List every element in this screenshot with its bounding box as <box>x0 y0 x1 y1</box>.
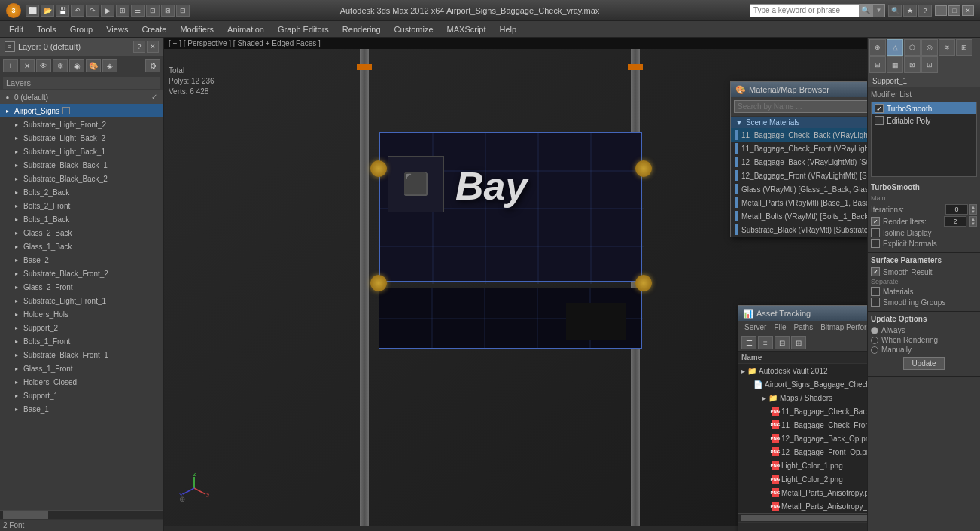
layer-item-su1[interactable]: ▸ Support_1 <box>9 389 163 402</box>
rtt-btn-8[interactable]: ▦ <box>887 56 903 73</box>
layer-item-slba2[interactable]: ▸ Substrate_Light_Back_2 <box>9 131 163 145</box>
tb-btn5[interactable]: ⊞ <box>116 5 129 17</box>
asset-row-png8[interactable]: PNG Metall_Parts_Anisotropy_Rotation.png… <box>738 499 867 513</box>
when-rendering-radio[interactable] <box>871 337 878 344</box>
search-web-btn[interactable]: 🔍 <box>888 5 902 17</box>
tb-btn8[interactable]: ⊠ <box>161 5 175 17</box>
mat-item-0[interactable]: 11_Baggage_Check_Back (VRayLightMtl) [Su… <box>731 128 867 142</box>
modifier-turbosmooth[interactable]: ✓ TurboSmooth <box>872 102 976 114</box>
mat-item-3[interactable]: 12_Baggage_Front (VRayLightMtl) [Substra… <box>731 169 867 182</box>
minimize-btn[interactable]: _ <box>935 5 947 16</box>
viewport[interactable]: [ + ] [ Perspective ] [ Shaded + Edged F… <box>164 38 867 531</box>
menu-animation[interactable]: Animation <box>221 23 270 35</box>
menu-graph-editors[interactable]: Graph Editors <box>272 23 335 35</box>
mat-browser-header[interactable]: 🎨 Material/Map Browser _ □ ✕ <box>731 82 867 97</box>
mat-search-input[interactable] <box>734 100 867 113</box>
smooth-result-cb[interactable]: ✓ <box>871 267 880 276</box>
asset-scrollbar-h[interactable] <box>738 513 867 522</box>
ts-checkbox-0[interactable]: ✓ <box>875 104 884 113</box>
close-btn[interactable]: ✕ <box>962 5 974 16</box>
isoline-cb[interactable] <box>871 228 880 237</box>
menu-tools[interactable]: Tools <box>31 23 62 35</box>
asset-row-png3[interactable]: PNG 12_Baggage_Back_Op.png Found <box>738 432 867 445</box>
layer-item-g2ba[interactable]: ▸ Glass_2_Back <box>9 226 163 240</box>
scroll-thumb[interactable] <box>3 511 48 519</box>
layer-item-slfr1[interactable]: ▸ Substrate_Light_Front_1 <box>9 294 163 307</box>
layer-item-b1fr[interactable]: ▸ Bolts_1_Front <box>9 334 163 348</box>
asset-menu-server[interactable]: Server <box>741 322 769 332</box>
redo-btn[interactable]: ↷ <box>86 5 99 17</box>
mat-item-6[interactable]: Metall_Bolts (VRayMtl) [Bolts_1_Back, Bo… <box>731 209 867 223</box>
modifier-list[interactable]: ✓ TurboSmooth Editable Poly <box>871 102 977 177</box>
tb-btn6[interactable]: ☰ <box>131 5 145 17</box>
undo-btn[interactable]: ↶ <box>71 5 84 17</box>
always-radio[interactable] <box>871 327 878 334</box>
layer-item-g2fr[interactable]: ▸ Glass_2_Front <box>9 280 163 294</box>
asset-row-png2[interactable]: PNG 11_Baggage_Check_Front_Op.png Found <box>738 418 867 432</box>
layer-freeze-btn[interactable]: ❄ <box>53 59 68 72</box>
rtt-btn-9[interactable]: ⊠ <box>904 56 921 73</box>
layer-item-ba1[interactable]: ▸ Base_1 <box>9 402 163 416</box>
ep-checkbox[interactable] <box>875 116 884 125</box>
asset-header[interactable]: 📊 Asset Tracking _ □ ✕ <box>738 306 867 321</box>
layer-item-hc[interactable]: ▸ Holders_Closed <box>9 375 163 389</box>
asset-tree[interactable]: ▸ 📁 Autodesk Vault 2012 Logged Out (Ass … <box>738 364 867 513</box>
update-button[interactable]: Update <box>903 357 944 370</box>
menu-maxscript[interactable]: MAXScript <box>441 23 492 35</box>
rtt-btn-7[interactable]: ⊟ <box>869 56 886 73</box>
new-btn[interactable]: ⬜ <box>26 5 39 17</box>
explicit-cb[interactable] <box>871 239 880 248</box>
asset-tb-1[interactable]: ☰ <box>741 336 756 349</box>
layer-settings-btn[interactable]: ⚙ <box>145 59 160 72</box>
asset-row-vault[interactable]: ▸ 📁 Autodesk Vault 2012 Logged Out (Ass <box>738 364 867 377</box>
asset-menu-paths[interactable]: Paths <box>791 322 817 332</box>
layer-color-btn[interactable]: 🎨 <box>86 59 101 72</box>
asset-row-png4[interactable]: PNG 12_Baggage_Front_Op.png Found <box>738 445 867 459</box>
menu-views[interactable]: Views <box>100 23 134 35</box>
menu-modifiers[interactable]: Modifiers <box>174 23 220 35</box>
layer-item-airport-signs[interactable]: ▸ Airport_Signs <box>0 104 163 117</box>
help-btn[interactable]: ? <box>918 5 932 17</box>
search-button[interactable]: 🔍 <box>859 4 873 17</box>
layer-hide-btn[interactable]: 👁 <box>36 59 51 72</box>
layer-new-btn[interactable]: + <box>3 59 18 72</box>
tb-btn7[interactable]: ⊡ <box>146 5 160 17</box>
render-iters-spin[interactable]: ▲ ▼ <box>969 216 977 227</box>
rtt-btn-3[interactable]: ⬡ <box>904 39 921 56</box>
asset-row-png6[interactable]: PNG Light_Color_2.png Found <box>738 472 867 486</box>
mat-list[interactable]: 11_Baggage_Check_Back (VRayLightMtl) [Su… <box>731 128 867 237</box>
rtt-btn-2[interactable]: △ <box>887 39 903 56</box>
menu-create[interactable]: Create <box>135 23 172 35</box>
asset-row-file[interactable]: 📄 Airport_Signs_Baggage_Check_vray.max O… <box>738 377 867 391</box>
iterations-input[interactable] <box>945 204 968 215</box>
layer-item-b2ba[interactable]: ▸ Bolts_2_Back <box>9 185 163 199</box>
asset-row-maps[interactable]: ▸ 📁 Maps / Shaders <box>738 391 867 404</box>
layer-item-sbfr1[interactable]: ▸ Substrate_Black_Front_1 <box>9 348 163 362</box>
layer-item-ba2[interactable]: ▸ Base_2 <box>9 253 163 267</box>
fav-btn[interactable]: ★ <box>903 5 917 17</box>
asset-row-png5[interactable]: PNG Light_Color_1.png Found <box>738 459 867 472</box>
spin-dn[interactable]: ▼ <box>970 209 976 214</box>
modifier-editable-poly[interactable]: Editable Poly <box>872 114 976 127</box>
layer-item-sbba1[interactable]: ▸ Substrate_Black_Back_1 <box>9 158 163 172</box>
asset-menu-file[interactable]: File <box>771 322 789 332</box>
menu-group[interactable]: Group <box>64 23 99 35</box>
open-btn[interactable]: 📂 <box>41 5 54 17</box>
manually-radio[interactable] <box>871 346 878 354</box>
search-bar[interactable]: 🔍 ▼ <box>750 4 885 17</box>
asset-tb-2[interactable]: ≡ <box>758 336 773 349</box>
layer-render-btn[interactable]: ◉ <box>69 59 84 72</box>
layer-scrollbar-h[interactable] <box>0 510 163 519</box>
menu-customize[interactable]: Customize <box>388 23 440 35</box>
layer-list[interactable]: ● 0 (default) ✓ ▸ Airport_Signs ▸ Substr… <box>0 90 163 510</box>
layer-item-g1ba[interactable]: ▸ Glass_1_Back <box>9 240 163 253</box>
asset-tb-3[interactable]: ⊟ <box>775 336 790 349</box>
mat-item-2[interactable]: 12_Baggage_Back (VRayLightMtl) [Substrat… <box>731 155 867 169</box>
layer-delete-btn[interactable]: ✕ <box>20 59 35 72</box>
layer-item-g1fr[interactable]: ▸ Glass_1_Front <box>9 362 163 375</box>
rtt-btn-6[interactable]: ⊞ <box>956 39 972 56</box>
panel-close-btn[interactable]: ✕ <box>147 41 159 53</box>
rtt-btn-5[interactable]: ≋ <box>939 39 955 56</box>
mat-item-7[interactable]: Substrate_Black (VRayMtl) [Substrate_Bla… <box>731 223 867 237</box>
layer-select-btn[interactable]: ◈ <box>102 59 117 72</box>
